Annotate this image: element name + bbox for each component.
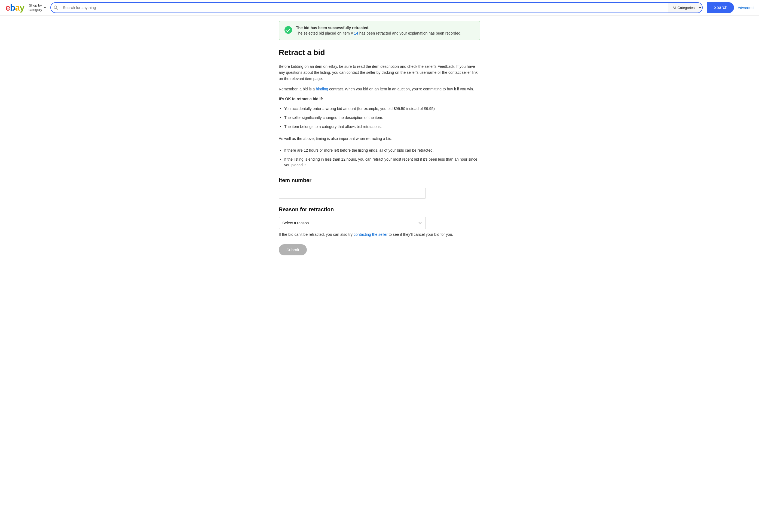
reason-label: Reason for retraction bbox=[279, 206, 480, 213]
timing-bullet-2: If the listing is ending in less than 12… bbox=[279, 155, 480, 170]
contact-text: If the bid can't be retracted, you can a… bbox=[279, 232, 480, 237]
main-content: The bid has been successfully retracted.… bbox=[273, 16, 486, 261]
submit-button[interactable]: Submit bbox=[279, 244, 307, 255]
intro-para-2: Remember, a bid is a binding contract. W… bbox=[279, 86, 480, 92]
header: ebay Shop by category All Categories Sea… bbox=[0, 0, 759, 16]
ok-bullet-1: You accidentally enter a wrong bid amoun… bbox=[279, 104, 480, 113]
item-number-input[interactable] bbox=[279, 188, 426, 199]
category-select[interactable]: All Categories bbox=[668, 3, 702, 13]
intro-para2-before: Remember, a bid is a bbox=[279, 87, 316, 91]
timing-bullets-list: If there are 12 hours or more left befor… bbox=[279, 146, 480, 170]
success-banner: The bid has been successfully retracted.… bbox=[279, 21, 480, 40]
svg-point-0 bbox=[54, 6, 57, 9]
svg-line-1 bbox=[56, 9, 58, 10]
success-icon bbox=[285, 26, 292, 34]
contact-text-after: to see if they'll cancel your bid for yo… bbox=[388, 232, 453, 237]
ok-bullets-list: You accidentally enter a wrong bid amoun… bbox=[279, 104, 480, 131]
timing-bullet-1: If there are 12 hours or more left befor… bbox=[279, 146, 480, 155]
ok-bullet-2: The seller significantly changed the des… bbox=[279, 113, 480, 122]
success-title: The bid has been successfully retracted. bbox=[296, 25, 474, 30]
shop-by-category-label: Shop by category bbox=[28, 3, 42, 12]
contact-text-before: If the bid can't be retracted, you can a… bbox=[279, 232, 354, 237]
item-number-section: Item number bbox=[279, 177, 480, 199]
search-button[interactable]: Search bbox=[707, 2, 734, 13]
ebay-logo[interactable]: ebay bbox=[5, 3, 24, 13]
item-number-link[interactable]: 14 bbox=[354, 31, 358, 35]
logo-a: a bbox=[15, 3, 20, 13]
reason-section: Reason for retraction Select a reason I … bbox=[279, 206, 480, 237]
ok-bullet-3: The item belongs to a category that allo… bbox=[279, 122, 480, 131]
intro-para-1: Before bidding on an item on eBay, be su… bbox=[279, 63, 480, 82]
search-bar: All Categories bbox=[50, 2, 703, 13]
binding-link[interactable]: binding bbox=[316, 87, 328, 91]
ok-retract-label: It's OK to retract a bid if: bbox=[279, 97, 480, 101]
intro-para2-after: contract. When you bid on an item in an … bbox=[328, 87, 474, 91]
item-number-label: Item number bbox=[279, 177, 480, 184]
reason-select[interactable]: Select a reason I accidentally entered t… bbox=[279, 217, 426, 229]
chevron-down-icon bbox=[44, 7, 46, 9]
timing-intro: As well as the above, timing is also imp… bbox=[279, 136, 480, 142]
search-input[interactable] bbox=[61, 5, 668, 10]
success-desc-before: The selected bid placed on item # bbox=[296, 31, 354, 35]
contacting-seller-link[interactable]: contacting the seller bbox=[354, 232, 388, 237]
shop-by-category[interactable]: Shop by category bbox=[28, 3, 46, 12]
success-text-block: The bid has been successfully retracted.… bbox=[296, 25, 474, 35]
search-icon bbox=[54, 5, 58, 10]
logo-b: b bbox=[10, 3, 15, 13]
success-desc-after: has been retracted and your explanation … bbox=[358, 31, 461, 35]
success-description: The selected bid placed on item # 14 has… bbox=[296, 31, 474, 35]
logo-e: e bbox=[5, 3, 10, 13]
page-title: Retract a bid bbox=[279, 48, 480, 57]
advanced-link[interactable]: Advanced bbox=[738, 6, 754, 10]
search-icon-wrapper bbox=[51, 5, 61, 10]
logo-y: y bbox=[20, 3, 24, 13]
